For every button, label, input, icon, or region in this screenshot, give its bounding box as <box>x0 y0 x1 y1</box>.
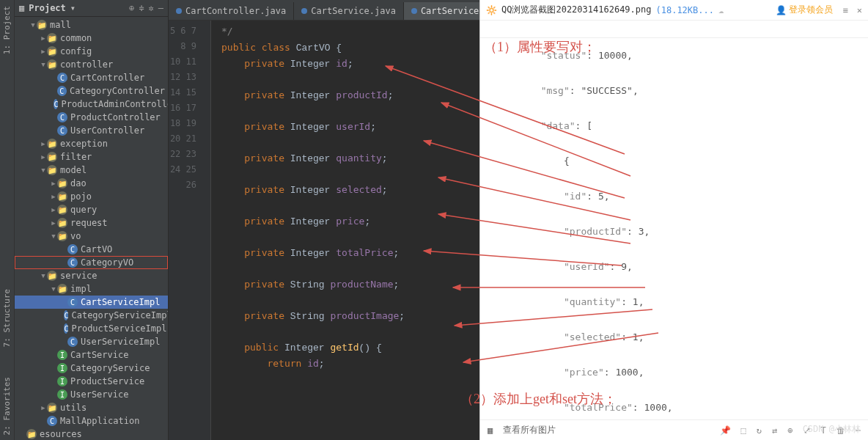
project-panel: ▦ Project ▾ ⊕ ≑ ✲ — ▼📁mall▶📁common▶📁conf… <box>15 0 169 440</box>
editor-area: CartController.javaCartService.javaCartS… <box>169 0 479 440</box>
viewer-header: 🔆 QQ浏览器截图20220314162649.png (18.12KB... … <box>480 0 868 21</box>
tree-item-service[interactable]: ▼📁service <box>15 269 168 282</box>
tree-item-esources[interactable]: ▶📁esources <box>15 428 168 440</box>
line-gutter: 5 6 7 8 9 10 11 12 13 14 15 16 17 18 19 … <box>169 21 202 440</box>
project-header: ▦ Project ▾ ⊕ ≑ ✲ — <box>15 0 168 17</box>
tree-item-CategoryController[interactable]: ▶CCategoryController <box>15 84 168 98</box>
tree-item-exception[interactable]: ▶📁exception <box>15 137 168 150</box>
cloud-icon[interactable]: ☁ <box>718 5 724 15</box>
close-icon[interactable]: ✕ <box>857 5 862 15</box>
tool-zoom-icon[interactable]: ⊕ <box>787 425 792 436</box>
editor-tab[interactable]: CartController.java <box>169 2 294 20</box>
code-editor[interactable]: 5 6 7 8 9 10 11 12 13 14 15 16 17 18 19 … <box>169 21 479 440</box>
tree-item-dao[interactable]: ▶📁dao <box>15 177 168 190</box>
tree-item-config[interactable]: ▶📁config <box>15 45 168 58</box>
viewer-toolbar <box>480 21 868 38</box>
tool-flip-icon[interactable]: ⇄ <box>772 425 777 436</box>
tree-item-impl[interactable]: ▼📁impl <box>15 282 168 296</box>
login-link[interactable]: 👤登录领会员 <box>776 4 833 16</box>
tree-item-ProductService[interactable]: ▶IProductService <box>15 375 168 388</box>
tree-item-UserServiceImpl[interactable]: ▶CUserServiceImpl <box>15 335 168 348</box>
select-opened-icon[interactable]: ⊕ <box>129 3 134 13</box>
view-all-link[interactable]: 查看所有图片 <box>503 424 556 436</box>
menu-icon[interactable]: ≡ <box>843 5 848 15</box>
tree-item-model[interactable]: ▼📁model <box>15 164 168 177</box>
tool-rotate-icon[interactable]: ↻ <box>757 425 762 436</box>
project-tool-tab[interactable]: 1: Project <box>2 6 12 54</box>
app-icon: 🔆 <box>486 5 497 15</box>
tool-crop-icon[interactable]: ⬚ <box>741 425 746 436</box>
project-icon: ▦ <box>19 3 24 13</box>
tree-item-CartController[interactable]: ▶CCartController <box>15 71 168 84</box>
watermark: CSDN @小林林 <box>803 423 861 436</box>
tree-item-CategoryVO[interactable]: ▶CCategoryVO <box>15 256 168 269</box>
editor-tab-bar: CartController.javaCartService.javaCartS… <box>169 0 479 21</box>
structure-tool-tab[interactable]: 7: Structure <box>2 289 12 347</box>
tree-item-CartServiceImpl[interactable]: ▶CCartServiceImpl <box>15 296 168 309</box>
tree-item-UserController[interactable]: ▶CUserController <box>15 124 168 137</box>
filename-label: QQ浏览器截图20220314162649.png <box>501 4 652 16</box>
left-tool-gutter: 1: Project 7: Structure 2: Favorites <box>0 0 15 440</box>
favorites-tool-tab[interactable]: 2: Favorites <box>2 377 12 435</box>
code-content[interactable]: */ public class CartVO { private Integer… <box>211 21 479 440</box>
image-viewer-panel: 🔆 QQ浏览器截图20220314162649.png (18.12KB... … <box>479 0 868 440</box>
tree-item-CartVO[interactable]: ▶CCartVO <box>15 243 168 256</box>
hide-icon[interactable]: — <box>158 3 163 13</box>
tree-item-pojo[interactable]: ▶📁pojo <box>15 190 168 203</box>
tree-item-CategoryServiceImpl[interactable]: ▶CCategoryServiceImpl <box>15 309 168 322</box>
json-preview[interactable]: "status": 10000, "msg": "SUCCESS", "data… <box>480 38 868 419</box>
tree-item-vo[interactable]: ▼📁vo <box>15 230 168 243</box>
dropdown-icon[interactable]: ▾ <box>70 3 76 13</box>
tool-pin-icon[interactable]: 📌 <box>720 425 731 436</box>
tree-item-query[interactable]: ▶📁query <box>15 203 168 216</box>
filesize-label: (18.12KB... <box>656 5 714 15</box>
tree-item-UserService[interactable]: ▶IUserService <box>15 388 168 401</box>
settings-icon[interactable]: ✲ <box>149 3 154 13</box>
tree-item-utils[interactable]: ▶📁utils <box>15 401 168 414</box>
expand-icon[interactable]: ≑ <box>139 3 144 13</box>
tree-item-controller[interactable]: ▼📁controller <box>15 58 168 71</box>
tree-item-ProductServiceImpl[interactable]: ▶CProductServiceImpl <box>15 322 168 335</box>
editor-tab[interactable]: CartService.java <box>294 2 404 20</box>
grid-icon[interactable]: ▦ <box>488 425 493 436</box>
tree-item-MallApplication[interactable]: ▶CMallApplication <box>15 414 168 428</box>
tree-item-CartService[interactable]: ▶ICartService <box>15 348 168 362</box>
tree-item-ProductController[interactable]: ▶CProductController <box>15 111 168 124</box>
tree-item-filter[interactable]: ▶📁filter <box>15 150 168 164</box>
tree-item-common[interactable]: ▶📁common <box>15 32 168 45</box>
tree-item-CategoryService[interactable]: ▶ICategoryService <box>15 362 168 375</box>
tree-item-mall[interactable]: ▼📁mall <box>15 18 168 32</box>
tree-item-ProductAdminController[interactable]: ▶CProductAdminController <box>15 98 168 111</box>
tree-item-request[interactable]: ▶📁request <box>15 216 168 230</box>
project-tree[interactable]: ▼📁mall▶📁common▶📁config▼📁controller▶CCart… <box>15 17 168 440</box>
project-title: Project <box>29 3 66 13</box>
